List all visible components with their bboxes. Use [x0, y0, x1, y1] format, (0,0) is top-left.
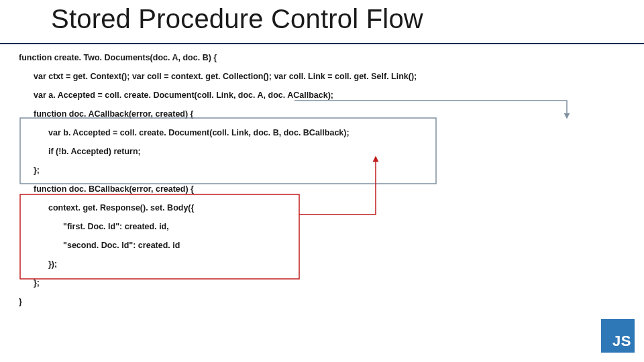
code-line: };: [19, 161, 623, 180]
code-line: "second. Doc. Id": created. id: [19, 236, 623, 255]
slide-title: Stored Procedure Control Flow: [51, 4, 423, 34]
slide: Stored Procedure Control Flow function c…: [0, 0, 644, 362]
code-line: function create. Two. Documents(doc. A, …: [19, 48, 623, 67]
code-line: var ctxt = get. Context(); var coll = co…: [19, 67, 623, 86]
title-underline: [0, 43, 644, 44]
code-block: function create. Two. Documents(doc. A, …: [19, 48, 623, 311]
js-logo-icon: JS: [601, 319, 635, 353]
code-line: var b. Accepted = coll. create. Document…: [19, 123, 623, 142]
code-line: if (!b. Accepted) return;: [19, 142, 623, 161]
code-line: "first. Doc. Id": created. id,: [19, 217, 623, 236]
js-logo-label: JS: [612, 333, 631, 350]
code-line: function doc. BCallback(error, created) …: [19, 180, 623, 198]
code-line: });: [19, 255, 623, 274]
code-line: };: [19, 274, 623, 292]
code-line: }: [19, 292, 623, 311]
code-line: context. get. Response(). set. Body({: [19, 198, 623, 217]
code-line: function doc. ACallback(error, created) …: [19, 105, 623, 123]
code-line: var a. Accepted = coll. create. Document…: [19, 86, 623, 105]
